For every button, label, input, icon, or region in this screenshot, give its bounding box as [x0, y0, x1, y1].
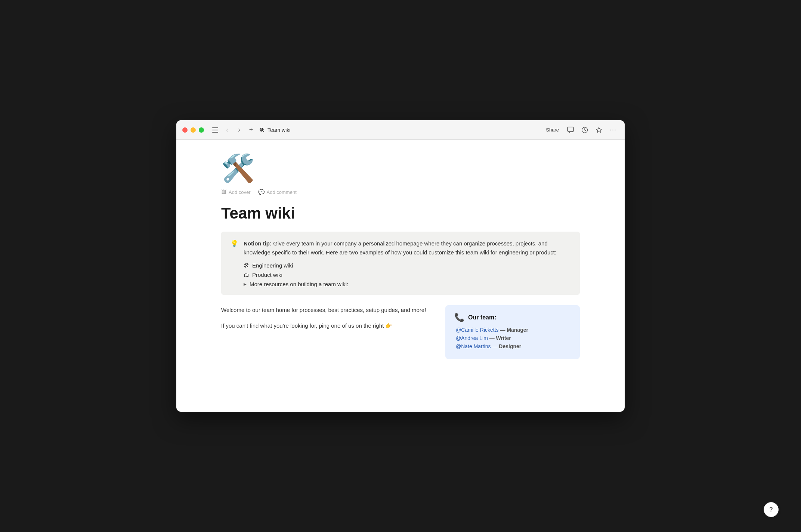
back-button[interactable]: ‹ [222, 125, 232, 135]
favorite-button[interactable] [593, 124, 604, 136]
maximize-button[interactable] [199, 127, 204, 133]
page-breadcrumb: 🛠 Team wiki [259, 127, 290, 133]
team-card-title: Our team: [468, 314, 497, 321]
product-wiki-link[interactable]: 🗂 Product wiki [244, 272, 571, 278]
page-emoji-icon: 🛠 [259, 127, 265, 133]
team-card: 📞 Our team: @Camille Ricketts — Manager … [445, 305, 580, 359]
sidebar-toggle-button[interactable] [210, 125, 220, 135]
callout-bold-label: Notion tip: [244, 240, 272, 247]
comment-button[interactable] [565, 124, 576, 136]
callout-body: Give every team in your company a person… [244, 240, 556, 256]
engineering-wiki-label: Engineering wiki [252, 262, 293, 269]
svg-rect-0 [212, 127, 218, 128]
team-member-3: @Nate Martins — Designer [454, 343, 571, 349]
toggle-block[interactable]: ▶ More resources on building a team wiki… [244, 281, 571, 287]
product-wiki-icon: 🗂 [244, 272, 249, 278]
svg-rect-1 [212, 130, 218, 130]
titlebar-actions: Share ··· [543, 124, 619, 136]
svg-rect-2 [212, 132, 218, 133]
more-options-button[interactable]: ··· [607, 124, 619, 136]
callout-content: Notion tip: Give every team in your comp… [244, 239, 571, 287]
nav-controls: ‹ › + [210, 125, 256, 135]
history-button[interactable] [579, 124, 590, 136]
close-button[interactable] [182, 127, 188, 133]
titlebar: ‹ › + 🛠 Team wiki Share [176, 120, 625, 140]
svg-rect-3 [567, 127, 573, 132]
add-comment-label: Add comment [267, 189, 297, 195]
page-title-label: Team wiki [267, 127, 290, 133]
product-wiki-label: Product wiki [252, 272, 282, 278]
team-member-3-link[interactable]: @Nate Martins [456, 343, 491, 349]
add-cover-label: Add cover [229, 189, 251, 195]
add-cover-icon: 🖼 [221, 189, 226, 195]
team-member-1-role: — Manager [500, 327, 528, 333]
toggle-arrow-icon: ▶ [244, 282, 247, 286]
page-actions-bar: 🖼 Add cover 💬 Add comment [221, 188, 580, 197]
welcome-paragraph-2: If you can't find what you're looking fo… [221, 321, 433, 331]
team-card-header: 📞 Our team: [454, 313, 571, 322]
engineering-wiki-icon: 🛠 [244, 262, 249, 269]
engineering-wiki-link[interactable]: 🛠 Engineering wiki [244, 262, 571, 269]
two-column-section: Welcome to our team home for processes, … [221, 305, 580, 359]
team-member-1-link[interactable]: @Camille Ricketts [456, 327, 499, 333]
add-comment-icon: 💬 [258, 189, 265, 195]
forward-button[interactable]: › [234, 125, 244, 135]
team-member-3-role: — Designer [492, 343, 521, 349]
team-card-icon: 📞 [454, 313, 464, 322]
help-button[interactable]: ? [764, 502, 779, 517]
welcome-paragraph-1: Welcome to our team home for processes, … [221, 305, 433, 315]
callout-icon: 💡 [230, 239, 238, 287]
new-tab-button[interactable]: + [246, 125, 256, 135]
page-content: 🛠️ 🖼 Add cover 💬 Add comment Team wiki 💡… [176, 140, 625, 412]
callout-block: 💡 Notion tip: Give every team in your co… [221, 232, 580, 295]
team-member-2-role: — Writer [489, 335, 511, 341]
page-emoji: 🛠️ [221, 155, 580, 182]
toggle-label: More resources on building a team wiki: [250, 281, 348, 287]
page-title: Team wiki [221, 204, 580, 223]
add-cover-button[interactable]: 🖼 Add cover [221, 188, 251, 197]
left-column: Welcome to our team home for processes, … [221, 305, 433, 359]
app-window: ‹ › + 🛠 Team wiki Share [176, 120, 625, 412]
team-member-2-link[interactable]: @Andrea Lim [456, 335, 488, 341]
traffic-lights [182, 127, 204, 133]
share-button[interactable]: Share [543, 126, 562, 134]
team-member-1: @Camille Ricketts — Manager [454, 327, 571, 333]
team-member-2: @Andrea Lim — Writer [454, 335, 571, 341]
minimize-button[interactable] [191, 127, 196, 133]
add-comment-button[interactable]: 💬 Add comment [258, 188, 297, 197]
callout-text: Notion tip: Give every team in your comp… [244, 239, 571, 257]
